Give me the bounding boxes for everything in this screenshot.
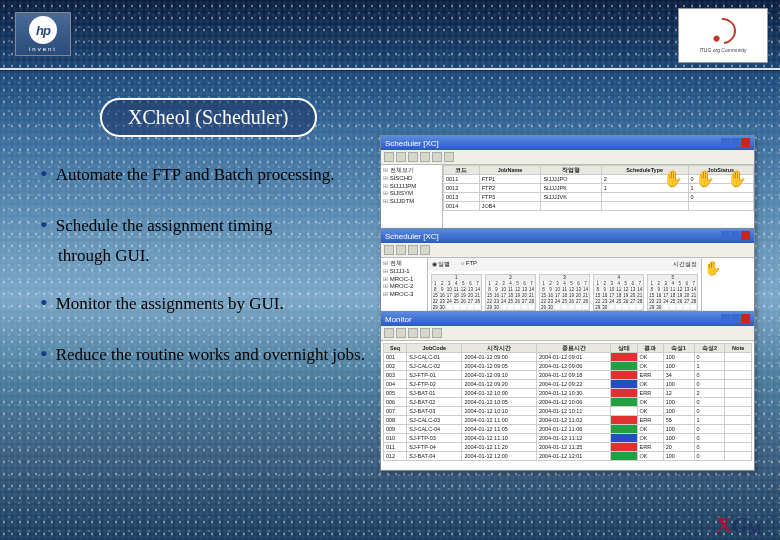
tool-icon	[408, 328, 418, 338]
hp-logo: hp invent	[15, 12, 71, 56]
tool-icon	[384, 152, 394, 162]
corner-caption: ITUG org Community	[699, 47, 746, 53]
wizard-icon: ✋	[694, 167, 716, 189]
calendar-row: 1123456789101112131415161718192021222324…	[428, 271, 702, 313]
bullet-list: Automate the FTP and Batch processing. S…	[40, 160, 365, 390]
close-icon	[741, 231, 750, 240]
right-panel: ✋	[701, 258, 754, 311]
max-icon	[731, 314, 740, 323]
header-divider	[0, 68, 780, 70]
window-title: Monitor	[385, 315, 412, 324]
bullet-item-cont: through GUI.	[58, 245, 365, 267]
tool-icon	[420, 245, 430, 255]
monitor-grid: SeqJobCode시작시간종료시간상태결과속성1속성2Note001SJ-CA…	[381, 341, 754, 469]
window-title: Scheduler [XC]	[385, 139, 439, 148]
close-icon	[741, 138, 750, 147]
max-icon	[731, 138, 740, 147]
tool-icon	[420, 152, 430, 162]
tool-icon	[432, 328, 442, 338]
screenshot-scheduler-calendar: Scheduler [XC] 전체SIJJJ-1MROC-1MROC-2MROC…	[380, 228, 755, 313]
footer-logo: XGM	[716, 512, 762, 534]
screenshot-scheduler-list: Scheduler [XC] 전체보기SISCHDSIJJJJPMSIJISYM…	[380, 135, 755, 230]
logo-g: G	[732, 512, 748, 537]
tool-icon	[396, 245, 406, 255]
wizard-icon: ✋	[726, 167, 748, 189]
window-title: Scheduler [XC]	[385, 232, 439, 241]
bullet-item: Schedule the assignment timing	[40, 211, 365, 240]
toolbar	[381, 243, 754, 258]
window-titlebar: Scheduler [XC]	[381, 229, 754, 243]
slide-title: XCheol (Scheduler)	[100, 98, 317, 137]
min-icon	[721, 314, 730, 323]
tool-icon	[384, 245, 394, 255]
bullet-item: Reduce the routine works and overnight j…	[40, 340, 365, 369]
tool-icon	[444, 152, 454, 162]
max-icon	[731, 231, 740, 240]
wizard-icon: ✋	[704, 260, 721, 276]
close-icon	[741, 314, 750, 323]
window-titlebar: Scheduler [XC]	[381, 136, 754, 150]
hp-invent-label: invent	[29, 46, 57, 52]
toolbar	[381, 326, 754, 341]
tool-icon	[384, 328, 394, 338]
radio-label: 일별	[438, 261, 450, 267]
min-icon	[721, 138, 730, 147]
tool-icon	[420, 328, 430, 338]
swirl-icon	[705, 13, 742, 50]
toolbar	[381, 150, 754, 165]
corner-badge: ITUG org Community	[678, 8, 768, 63]
tool-icon	[408, 152, 418, 162]
tool-icon	[396, 152, 406, 162]
grid-panel: ✋ ✋ ✋ 코드JobName작업형ScheduleTypeJobStatus0…	[443, 165, 754, 228]
tree-panel: 전체보기SISCHDSIJJJJPMSIJISYMSIJJDTM	[381, 165, 443, 228]
panel-label: 시간설정	[673, 260, 697, 269]
window-titlebar: Monitor	[381, 312, 754, 326]
bullet-item: Monitor the assignments by GUI.	[40, 289, 365, 318]
tool-icon	[408, 245, 418, 255]
tree-panel: 전체SIJJJ-1MROC-1MROC-2MROC-3	[381, 258, 428, 311]
tool-icon	[432, 152, 442, 162]
wizard-icon: ✋	[662, 167, 684, 189]
bullet-item: Automate the FTP and Batch processing.	[40, 160, 365, 189]
screenshot-monitor: Monitor SeqJobCode시작시간종료시간상태결과속성1속성2Note…	[380, 311, 755, 471]
logo-m: M	[748, 521, 762, 537]
min-icon	[721, 231, 730, 240]
logo-x: X	[716, 512, 732, 537]
tool-icon	[396, 328, 406, 338]
option-row: ◉ 일별 ○ FTP 시간설정	[428, 258, 702, 271]
hp-mark-icon: hp	[29, 16, 57, 44]
monitor-table: SeqJobCode시작시간종료시간상태결과속성1속성2Note001SJ-CA…	[383, 343, 752, 461]
radio-label: FTP	[466, 260, 477, 266]
